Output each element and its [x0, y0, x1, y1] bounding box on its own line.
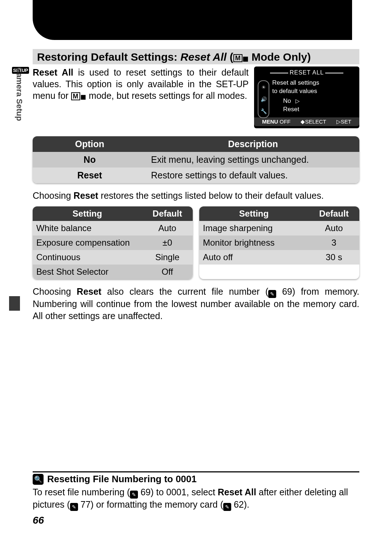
note-body: To reset file numbering (✎ 69) to 0001, …: [33, 486, 359, 511]
opt-cell: No: [33, 152, 147, 168]
setting-cell: Exposure compensation: [33, 235, 142, 250]
note-title: Resetting File Numbering to 0001: [47, 473, 197, 485]
setting-cell: Monitor brightness: [199, 235, 309, 250]
setting-cell: Image sharpening: [199, 221, 309, 235]
n-ref2: 77: [81, 499, 91, 509]
n-bold: Reset All: [218, 487, 256, 497]
ss-body: Reset all settings to default values: [254, 79, 359, 96]
intro-paragraph: Reset All is used to reset settings to t…: [33, 67, 249, 128]
para-reset-restores: Choosing Reset restores the settings lis…: [33, 190, 359, 202]
table-row: Exposure compensation±0: [33, 235, 193, 250]
setting-cell: Continuous: [33, 250, 142, 265]
mode-m-icon: M: [233, 54, 242, 62]
table-row: No Exit menu, leaving settings unchanged…: [33, 152, 359, 168]
p1a: Choosing: [33, 190, 74, 201]
note-heading: 🔍 Resetting File Numbering to 0001: [33, 471, 359, 485]
table-row: Monitor brightness3: [199, 235, 359, 250]
n-ref3: 62: [234, 499, 244, 509]
ss-foot-set: SET: [341, 118, 351, 125]
defaults-table-left: Setting Default White balanceAuto Exposu…: [33, 206, 193, 279]
ss-line1: Reset all settings: [272, 79, 353, 87]
ss-opt-reset: Reset: [283, 105, 353, 114]
p2c: also clears the current file number (: [101, 286, 268, 297]
setting-cell: Auto off: [199, 250, 309, 265]
ref-icon: ✎: [268, 290, 276, 298]
heading-suffix-a: (: [226, 51, 233, 63]
n-e: ).: [244, 499, 249, 509]
note-block: 🔍 Resetting File Numbering to 0001 To re…: [33, 471, 359, 511]
side-tab: [9, 296, 20, 311]
camera-screenshot: ☀ 🔊 🔧 RESET ALL Reset all settings to de…: [254, 67, 359, 128]
th-setting: Setting: [199, 206, 309, 221]
default-cell: 30 s: [309, 250, 359, 265]
updown-icon: ◆: [301, 118, 305, 125]
n-b: ) to 0001, select: [151, 487, 218, 497]
ref-icon: ✎: [130, 491, 138, 499]
p2a: Choosing: [33, 286, 77, 297]
table-row: Reset Restore settings to default values…: [33, 168, 359, 183]
camera-icon: ◼: [242, 55, 249, 63]
intro-t2: mode, but resets settings for all modes.: [86, 90, 247, 101]
th-setting: Setting: [33, 206, 142, 221]
ss-line2: to default values: [272, 87, 353, 96]
ss-foot-menu: MENU: [262, 118, 278, 125]
ss-foot-select: SELECT: [305, 118, 326, 125]
th-default: Default: [142, 206, 193, 221]
desc-cell: Exit menu, leaving settings unchanged.: [147, 152, 359, 168]
default-cell: 3: [309, 235, 359, 250]
magnifier-icon: 🔍: [33, 474, 44, 485]
triangle-right-icon: ▷: [336, 118, 341, 125]
para-reset-clears: Choosing Reset also clears the current f…: [33, 286, 359, 322]
desc-cell: Restore settings to default values.: [147, 168, 359, 183]
th-default: Default: [309, 206, 359, 221]
defaults-table-right: Setting Default Image sharpeningAuto Mon…: [199, 206, 359, 279]
heading-italic: Reset All: [180, 51, 226, 63]
default-cell: Off: [142, 265, 193, 279]
ss-title: RESET ALL: [254, 69, 359, 76]
default-cell: Auto: [309, 221, 359, 235]
heading-suffix-b: Mode Only): [249, 51, 311, 63]
option-table: Option Description No Exit menu, leaving…: [33, 136, 359, 183]
wrench-icon: 🔧: [261, 108, 267, 114]
n-a: To reset file numbering (: [33, 487, 130, 497]
heading-prefix: Restoring Default Settings:: [37, 51, 180, 63]
ss-options: No ▷ Reset: [254, 96, 359, 117]
section-heading: Restoring Default Settings: Reset All (M…: [33, 49, 359, 64]
ss-icon-column: ☀ 🔊 🔧: [258, 80, 269, 118]
default-cell: Single: [142, 250, 193, 265]
ref-icon: ✎: [223, 503, 231, 511]
n-ref1: 69: [140, 487, 151, 497]
opt-cell: Reset: [33, 168, 147, 183]
intro-bold: Reset All: [33, 67, 73, 77]
ss-foot-off: OFF: [279, 118, 290, 125]
p1c: restores the settings listed below to th…: [98, 190, 324, 201]
n-d: ) or formatting the memory card (: [91, 499, 223, 509]
th-option: Option: [33, 136, 147, 152]
table-row: Best Shot SelectorOff: [33, 265, 193, 279]
mode-m-icon: M: [71, 92, 80, 100]
ss-title-text: RESET ALL: [290, 69, 324, 76]
p2b: Reset: [77, 286, 101, 297]
th-description: Description: [147, 136, 359, 152]
p1b: Reset: [74, 190, 98, 201]
setting-cell: White balance: [33, 221, 142, 235]
table-row: Auto off30 s: [199, 250, 359, 265]
setting-cell: Best Shot Selector: [33, 265, 142, 279]
default-cell: Auto: [142, 221, 193, 235]
ss-footer: MENU OFF ◆SELECT ▷SET: [254, 117, 359, 126]
table-row: Image sharpeningAuto: [199, 221, 359, 235]
brightness-icon: ☀: [261, 84, 266, 90]
ss-opt-no: No: [283, 97, 291, 105]
sound-icon: 🔊: [261, 96, 267, 102]
triangle-right-icon: ▷: [295, 97, 300, 105]
table-row: ContinuousSingle: [33, 250, 193, 265]
ref-icon: ✎: [70, 503, 78, 511]
page-number: 66: [33, 515, 44, 526]
default-cell: ±0: [142, 235, 193, 250]
p2ref1: 69: [282, 286, 292, 297]
camera-icon: ◼: [80, 93, 86, 101]
table-row: White balanceAuto: [33, 221, 193, 235]
vertical-section-label: Camera Setup: [15, 67, 24, 121]
